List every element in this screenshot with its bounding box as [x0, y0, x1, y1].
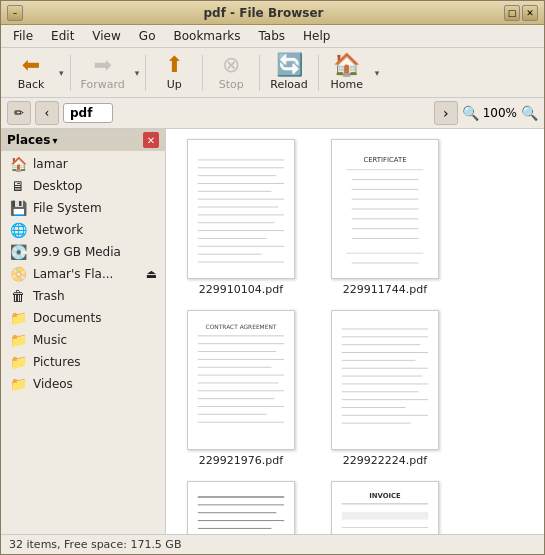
filesystem-icon: 💾 — [9, 200, 27, 216]
zoom-out-icon[interactable]: 🔍 — [462, 105, 479, 121]
up-icon: ⬆ — [165, 54, 183, 76]
menu-edit[interactable]: Edit — [43, 27, 82, 45]
flash-icon: 📀 — [9, 266, 27, 282]
file-name-1: 229911744.pdf — [343, 283, 427, 296]
svg-rect-74 — [342, 512, 428, 520]
reload-label: Reload — [270, 78, 307, 91]
file-item-5[interactable]: INVOICE — [320, 481, 450, 534]
sidebar-item-music[interactable]: 📁 Music — [1, 329, 165, 351]
file-item-2[interactable]: CONTRACT AGREEMENT — [176, 310, 306, 467]
pictures-icon: 📁 — [9, 354, 27, 370]
forward-button[interactable]: ➡ Forward — [75, 52, 131, 93]
menu-view[interactable]: View — [84, 27, 128, 45]
places-dropdown-icon[interactable]: ▾ — [52, 135, 57, 146]
file-item-0[interactable]: 229910104.pdf — [176, 139, 306, 296]
home-arrow[interactable]: ▾ — [373, 68, 382, 78]
svg-text:CERTIFICATE: CERTIFICATE — [363, 156, 406, 164]
sidebar-item-label: Music — [33, 333, 67, 347]
media-icon: 💽 — [9, 244, 27, 260]
svg-text:CONTRACT AGREEMENT: CONTRACT AGREEMENT — [206, 324, 277, 330]
sidebar-item-label: Lamar's Fla... — [33, 267, 113, 281]
sidebar-item-label: Network — [33, 223, 83, 237]
file-thumb-3 — [331, 310, 439, 450]
sidebar-item-label: lamar — [33, 157, 68, 171]
sidebar-items-list: 🏠 lamar 🖥 Desktop 💾 File System 🌐 Networ… — [1, 151, 165, 534]
file-thumb-2: CONTRACT AGREEMENT — [187, 310, 295, 450]
svg-rect-71 — [332, 482, 438, 534]
sidebar-header: Places ▾ ✕ — [1, 129, 165, 151]
sidebar-item-lamar[interactable]: 🏠 lamar — [1, 153, 165, 175]
eject-icon[interactable]: ⏏ — [146, 267, 157, 281]
toolbar-sep-4 — [259, 55, 260, 91]
sidebar-item-pictures[interactable]: 📁 Pictures — [1, 351, 165, 373]
svg-rect-0 — [188, 140, 294, 277]
sidebar-item-desktop[interactable]: 🖥 Desktop — [1, 175, 165, 197]
trash-icon: 🗑 — [9, 288, 27, 304]
file-grid[interactable]: 229910104.pdf CERTIFICATE — [166, 129, 544, 534]
svg-rect-27 — [188, 311, 294, 448]
file-item-4[interactable]: 229930104.pdf — [176, 481, 306, 534]
sidebar-item-label: File System — [33, 201, 102, 215]
file-thumb-5: INVOICE — [331, 481, 439, 534]
nav-forward-button[interactable]: › — [434, 101, 458, 125]
sidebar-item-trash[interactable]: 🗑 Trash — [1, 285, 165, 307]
music-icon: 📁 — [9, 332, 27, 348]
sidebar-item-videos[interactable]: 📁 Videos — [1, 373, 165, 395]
reload-icon: 🔄 — [276, 54, 303, 76]
file-thumb-4 — [187, 481, 295, 534]
titlebar-right-controls: □ ✕ — [504, 5, 538, 21]
sidebar-item-documents[interactable]: 📁 Documents — [1, 307, 165, 329]
menu-file[interactable]: File — [5, 27, 41, 45]
main-window: – pdf - File Browser □ ✕ File Edit View … — [0, 0, 545, 555]
menu-go[interactable]: Go — [131, 27, 164, 45]
minimize-button[interactable]: – — [7, 5, 23, 21]
home-label: Home — [331, 78, 363, 91]
places-label: Places — [7, 133, 50, 147]
titlebar: – pdf - File Browser □ ✕ — [1, 1, 544, 25]
file-name-2: 229921976.pdf — [199, 454, 283, 467]
menu-help[interactable]: Help — [295, 27, 338, 45]
up-button[interactable]: ⬆ Up — [150, 52, 198, 93]
stop-button[interactable]: ⊗ Stop — [207, 52, 255, 93]
file-name-0: 229910104.pdf — [199, 283, 283, 296]
statusbar: 32 items, Free space: 171.5 GB — [1, 534, 544, 554]
nav-back-button[interactable]: ‹ — [35, 101, 59, 125]
close-button[interactable]: ✕ — [522, 5, 538, 21]
file-thumb-0 — [187, 139, 295, 279]
sidebar-item-label: Documents — [33, 311, 101, 325]
menu-bookmarks[interactable]: Bookmarks — [165, 27, 248, 45]
edit-location-button[interactable]: ✏ — [7, 101, 31, 125]
file-item-1[interactable]: CERTIFICATE 2299 — [320, 139, 450, 296]
sidebar-item-label: 99.9 GB Media — [33, 245, 121, 259]
documents-icon: 📁 — [9, 310, 27, 326]
toolbar-sep-2 — [145, 55, 146, 91]
desktop-icon: 🖥 — [9, 178, 27, 194]
back-arrow[interactable]: ▾ — [57, 68, 66, 78]
toolbar-sep-5 — [318, 55, 319, 91]
file-item-3[interactable]: 229922224.pdf — [320, 310, 450, 467]
forward-icon: ➡ — [93, 54, 111, 76]
sidebar-close-button[interactable]: ✕ — [143, 132, 159, 148]
main-area: 229910104.pdf CERTIFICATE — [166, 129, 544, 534]
locationbar: ✏ ‹ pdf › 🔍 100% 🔍 — [1, 98, 544, 129]
back-icon: ⬅ — [22, 54, 40, 76]
status-text: 32 items, Free space: 171.5 GB — [9, 538, 181, 551]
zoom-in-icon[interactable]: 🔍 — [521, 105, 538, 121]
sidebar-item-flash[interactable]: 📀 Lamar's Fla... ⏏ — [1, 263, 165, 285]
menu-tabs[interactable]: Tabs — [251, 27, 294, 45]
sidebar-item-media[interactable]: 💽 99.9 GB Media — [1, 241, 165, 263]
reload-button[interactable]: 🔄 Reload — [264, 52, 313, 93]
stop-icon: ⊗ — [222, 54, 240, 76]
toolbar-sep-1 — [70, 55, 71, 91]
forward-arrow[interactable]: ▾ — [133, 68, 142, 78]
sidebar: Places ▾ ✕ 🏠 lamar 🖥 Desktop 💾 File Syst… — [1, 129, 166, 534]
sidebar-item-filesystem[interactable]: 💾 File System — [1, 197, 165, 219]
home-icon: 🏠 — [9, 156, 27, 172]
sidebar-item-network[interactable]: 🌐 Network — [1, 219, 165, 241]
file-name-3: 229922224.pdf — [343, 454, 427, 467]
maximize-button[interactable]: □ — [504, 5, 520, 21]
home-button[interactable]: 🏠 Home — [323, 52, 371, 93]
toolbar: ⬅ Back ▾ ➡ Forward ▾ ⬆ Up ⊗ Stop 🔄 Reloa… — [1, 48, 544, 98]
back-button[interactable]: ⬅ Back — [7, 52, 55, 93]
location-path[interactable]: pdf — [63, 103, 113, 123]
